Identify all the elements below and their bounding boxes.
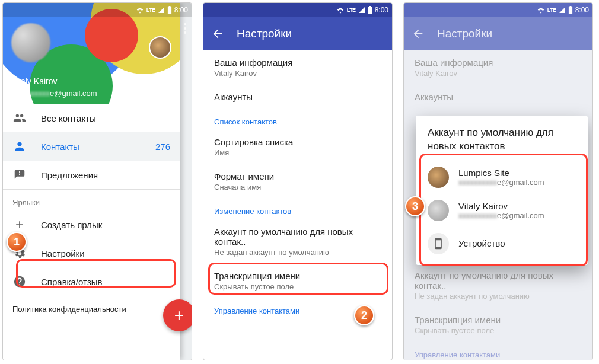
drawer-user-name: Vitaly Kairov	[11, 76, 58, 86]
setting-your-info[interactable]: Ваша информация Vitaly Kairov	[203, 50, 392, 85]
nav-help[interactable]: Справка/отзыв	[3, 267, 180, 296]
wifi-icon	[537, 7, 545, 14]
appbar-dimmed: Настройки	[404, 17, 592, 50]
appbar-title: Настройки	[437, 27, 492, 40]
nav-label: Настройки	[41, 248, 85, 258]
section-edit-contacts: Изменение контактов	[203, 199, 392, 219]
dialog-option-lumpics[interactable]: Lumpics Site xxxxxxxxxxe@gmail.com	[416, 161, 588, 194]
lte-label: LTE	[146, 7, 155, 13]
option-email: xxxxxxxxxxe@gmail.com	[458, 178, 544, 187]
phone-3-dialog: LTE 8:00 Настройки Ваша информация Vital…	[403, 2, 593, 360]
nav-label: Предложения	[41, 170, 98, 180]
wifi-icon	[336, 7, 345, 14]
privacy-link[interactable]: Политика конфиденциальности	[3, 296, 180, 322]
nav-label: Все контакты	[41, 113, 96, 123]
setting-default-account[interactable]: Аккаунт по умолчанию для новых контак.. …	[203, 219, 392, 264]
option-email: xxxxxxxxxxe@gmail.com	[458, 211, 544, 220]
status-bar: LTE 8:00	[404, 3, 592, 17]
drawer-user-email: xxxxxxxxxxe@gmail.com	[11, 89, 97, 98]
bg-setting-transcription: Транскрипция имени Скрывать пустое поле	[404, 308, 592, 342]
dialog-option-device[interactable]: Устройство	[416, 227, 588, 260]
device-icon	[428, 233, 449, 254]
status-time: 8:00	[575, 6, 589, 14]
people-icon	[12, 111, 27, 125]
phone-2-settings: LTE 8:00 Настройки Ваша информация Vital…	[203, 2, 393, 360]
back-button[interactable]	[211, 27, 225, 41]
step-badge-1: 1	[7, 232, 27, 252]
contacts-count: 276	[155, 142, 170, 152]
nav-create-label[interactable]: Создать ярлык	[3, 210, 180, 239]
bg-setting-accounts: Аккаунты	[404, 85, 592, 109]
step-badge-2: 2	[354, 305, 374, 325]
option-name: Устройство	[458, 238, 505, 248]
bg-setting-your-info: Ваша информация Vitaly Kairov	[404, 50, 592, 85]
person-icon	[12, 139, 27, 154]
suggestions-icon	[12, 168, 27, 182]
bg-setting-default-account: Аккаунт по умолчанию для новых контак.. …	[404, 263, 592, 308]
labels-header: Ярлыки	[3, 190, 180, 210]
nav-contacts[interactable]: Контакты 276	[3, 132, 180, 161]
fab-add-contact[interactable]: +	[163, 299, 192, 331]
nav-label: Контакты	[41, 142, 79, 152]
status-time: 8:00	[174, 6, 188, 14]
option-name: Lumpics Site	[458, 168, 544, 178]
overflow-menu-icon[interactable]	[184, 23, 186, 34]
plus-icon: +	[174, 306, 184, 325]
signal-icon	[559, 7, 566, 14]
avatar	[428, 167, 449, 188]
drawer-header: Vitaly Kairov xxxxxxxxxxe@gmail.com	[3, 3, 180, 104]
nav-settings[interactable]: Настройки	[3, 239, 180, 267]
setting-accounts[interactable]: Аккаунты	[203, 85, 392, 109]
status-time: 8:00	[375, 6, 388, 14]
nav-label: Создать ярлык	[41, 220, 102, 230]
avatar	[428, 200, 449, 221]
default-account-dialog: Аккаунт по умолчанию для новых контактов…	[416, 116, 588, 265]
status-bar: LTE 8:00	[3, 3, 192, 17]
setting-sort[interactable]: Сортировка списка Имя	[203, 130, 392, 164]
account-dropdown-icon[interactable]	[164, 93, 171, 98]
help-icon	[12, 274, 27, 289]
battery-icon	[368, 6, 372, 14]
signal-icon	[158, 7, 165, 14]
appbar-title: Настройки	[237, 27, 292, 40]
signal-icon	[358, 7, 365, 14]
dialog-option-vitaly[interactable]: Vitaly Kairov xxxxxxxxxxe@gmail.com	[416, 194, 588, 227]
dialog-title: Аккаунт по умолчанию для новых контактов	[416, 126, 588, 161]
phone-1-drawer: LTE 8:00 Vitaly Kairov xxxxxxxxxxe@gmail…	[2, 2, 192, 360]
avatar-secondary[interactable]	[149, 36, 171, 59]
nav-all-contacts[interactable]: Все контакты	[3, 104, 180, 132]
setting-name-format[interactable]: Формат имени Сначала имя	[203, 164, 392, 199]
wifi-icon	[136, 7, 144, 14]
back-button	[411, 27, 425, 41]
option-name: Vitaly Kairov	[458, 201, 544, 211]
nav-suggestions[interactable]: Предложения	[3, 161, 180, 189]
appbar: Настройки	[203, 17, 392, 50]
lte-label: LTE	[347, 7, 356, 13]
status-bar: LTE 8:00	[203, 3, 392, 17]
setting-transcription[interactable]: Транскрипция имени Скрывать пустое поле	[203, 264, 392, 298]
section-contacts-list: Список контактов	[203, 109, 392, 130]
plus-icon	[12, 218, 27, 232]
battery-icon	[167, 6, 172, 14]
avatar[interactable]	[11, 23, 50, 62]
battery-icon	[568, 6, 573, 14]
step-badge-3: 3	[405, 196, 425, 216]
nav-label: Справка/отзыв	[41, 277, 103, 287]
lte-label: LTE	[547, 7, 556, 13]
bg-section-manage: Управление контактами	[404, 342, 592, 360]
